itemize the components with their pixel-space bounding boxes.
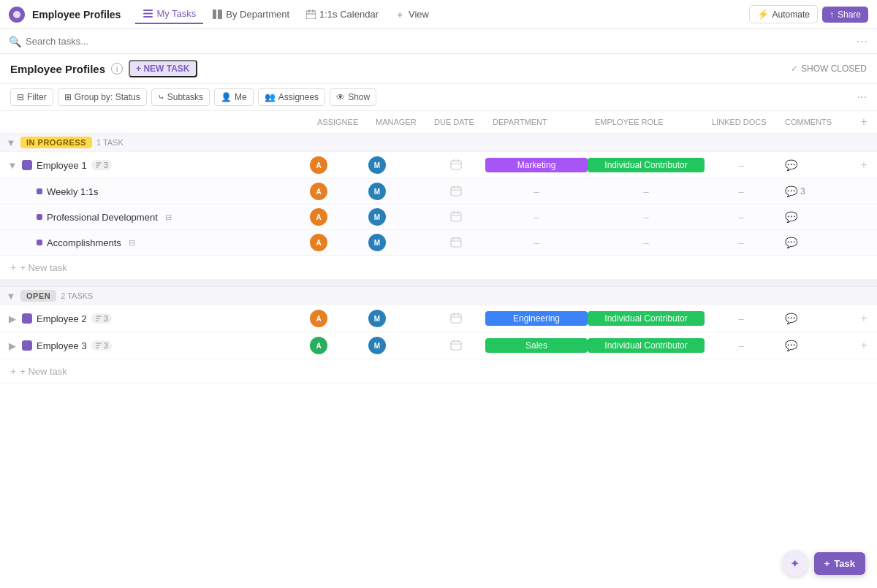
nav-by-dept[interactable]: By Department — [205, 5, 297, 23]
task-checkbox[interactable] — [22, 340, 32, 351]
subtask-assignee-cell: A — [310, 179, 368, 205]
avatar: A — [310, 208, 327, 226]
filter-icon: ⊟ — [17, 92, 24, 102]
department-cell: Sales — [485, 332, 588, 359]
group-header-row: ▼ OPEN 2 TASKS — [0, 287, 877, 305]
col-header-plus[interactable]: + — [851, 111, 877, 134]
svg-rect-6 — [306, 11, 316, 19]
list-icon — [143, 9, 153, 19]
subtask-docs-cell: – — [705, 205, 778, 230]
subtask-label[interactable]: Professional Development — [47, 212, 158, 223]
add-col-cell[interactable]: + — [851, 332, 877, 359]
subtask-role-cell: – — [588, 179, 705, 205]
new-task-plus-icon: + — [10, 261, 16, 273]
top-nav: My Tasks By Department 1:1s Calendar + V… — [135, 4, 436, 24]
manager-cell: M — [368, 332, 427, 359]
search-input[interactable] — [26, 36, 852, 47]
group-by-button[interactable]: ⊞ Group by: Status — [58, 88, 147, 106]
filter-button[interactable]: ⊟ Filter — [10, 88, 53, 106]
nav-my-tasks-label: My Tasks — [156, 8, 196, 19]
subtask-manager-cell: M — [368, 205, 427, 230]
task-checkbox[interactable] — [22, 160, 32, 170]
table-row: ▶ Employee 3 3 + ··· A M — [0, 332, 877, 359]
svg-rect-22 — [451, 238, 461, 247]
me-button[interactable]: 👤 Me — [214, 88, 254, 106]
share-button[interactable]: ↑ Share — [822, 7, 868, 23]
nav-my-tasks[interactable]: My Tasks — [135, 4, 203, 24]
add-col-cell[interactable]: + — [851, 305, 877, 332]
columns-icon — [212, 9, 222, 20]
department-badge: Sales — [485, 338, 588, 353]
avatar: M — [368, 337, 386, 354]
col-header-department: DEPARTMENT — [485, 111, 588, 134]
assignee-cell: A — [310, 332, 368, 359]
col-header-comments: COMMENTS — [778, 111, 851, 134]
assignee-cell: A — [310, 152, 368, 179]
subtask-manager-cell: M — [368, 179, 427, 205]
col-header-task — [0, 111, 310, 134]
task-add-icon[interactable]: + — [119, 313, 126, 324]
col-header-assignee: ASSIGNEE — [310, 111, 368, 134]
group-expand-icon[interactable]: ▼ — [6, 137, 16, 148]
task-add-icon[interactable]: + — [119, 159, 126, 171]
show-button[interactable]: 👁 Show — [330, 88, 376, 106]
task-expand-icon[interactable]: ▶ — [7, 313, 18, 324]
subtask-comment-icon: 💬 — [785, 186, 797, 197]
task-menu-icon[interactable]: ··· — [129, 340, 138, 351]
subtask-dot — [37, 240, 42, 245]
new-task-plus-icon: + — [10, 365, 16, 377]
new-task-link[interactable]: + + New task — [0, 256, 877, 279]
subtask-label[interactable]: Weekly 1:1s — [47, 186, 99, 197]
subtask-plus-cell — [851, 205, 877, 230]
comment-icon: 💬 — [785, 340, 797, 351]
col-header-docs: LINKED DOCS — [705, 111, 778, 134]
table-row: Accomplishments ⊟ A M – — [0, 230, 877, 256]
svg-rect-30 — [451, 341, 461, 350]
new-task-button[interactable]: + NEW TASK — [129, 60, 197, 77]
subtasks-button[interactable]: ⤷ Subtasks — [151, 88, 210, 106]
assignees-button[interactable]: 👥 Assignees — [258, 88, 325, 106]
subtasks-icon: ⤷ — [158, 93, 164, 102]
task-add-icon[interactable]: + — [119, 340, 126, 351]
searchbar: 🔍 ··· — [0, 29, 877, 54]
svg-rect-3 — [143, 16, 153, 18]
search-options-icon[interactable]: ··· — [857, 35, 868, 48]
task-menu-icon[interactable]: ··· — [129, 313, 138, 324]
subtask-name-cell: Professional Development ⊟ — [0, 205, 310, 230]
avatar: A — [310, 234, 327, 251]
content-title: Employee Profiles — [10, 63, 105, 75]
group-expand-icon[interactable]: ▼ — [6, 291, 16, 301]
subtask-manager-cell: M — [368, 230, 427, 256]
show-closed-button[interactable]: ✓ SHOW CLOSED — [791, 64, 867, 74]
task-label[interactable]: Employee 3 — [37, 340, 87, 351]
checkmark-icon: ✓ — [791, 64, 798, 74]
task-menu-icon[interactable]: ··· — [129, 159, 138, 171]
manager-cell: M — [368, 152, 427, 179]
table-row: ▼ Employee 1 3 + ··· A M — [0, 152, 877, 179]
department-cell: Marketing — [485, 152, 588, 179]
nav-calendar[interactable]: 1:1s Calendar — [298, 5, 386, 23]
subtask-duedate-cell — [427, 179, 485, 205]
nav-view[interactable]: + View — [387, 5, 436, 23]
task-expand-icon[interactable]: ▼ — [7, 160, 18, 170]
status-badge: IN PROGRESS — [20, 137, 92, 148]
toolbar-more-icon[interactable]: ··· — [857, 91, 867, 104]
task-expand-icon[interactable]: ▶ — [7, 340, 18, 351]
task-label[interactable]: Employee 2 — [37, 313, 87, 324]
add-col-cell[interactable]: + — [851, 152, 877, 179]
task-table-wrap: ASSIGNEE MANAGER DUE DATE DEPARTMENT EMP… — [0, 111, 877, 383]
new-task-link[interactable]: + + New task — [0, 359, 877, 383]
info-icon[interactable]: i — [111, 63, 123, 75]
group-separator — [0, 280, 877, 287]
avatar: A — [310, 337, 327, 354]
automate-icon: ⚡ — [757, 9, 769, 20]
avatar: A — [310, 310, 327, 327]
subtask-counter: 3 — [91, 313, 112, 324]
task-label[interactable]: Employee 1 — [37, 160, 87, 171]
table-row: Professional Development ⊟ A M – — [0, 205, 877, 230]
automate-button[interactable]: ⚡ Automate — [749, 5, 818, 23]
role-cell: Individual Contributor — [588, 332, 705, 359]
plus-icon: + — [395, 9, 405, 20]
task-checkbox[interactable] — [22, 313, 32, 324]
subtask-label[interactable]: Accomplishments — [47, 237, 121, 248]
